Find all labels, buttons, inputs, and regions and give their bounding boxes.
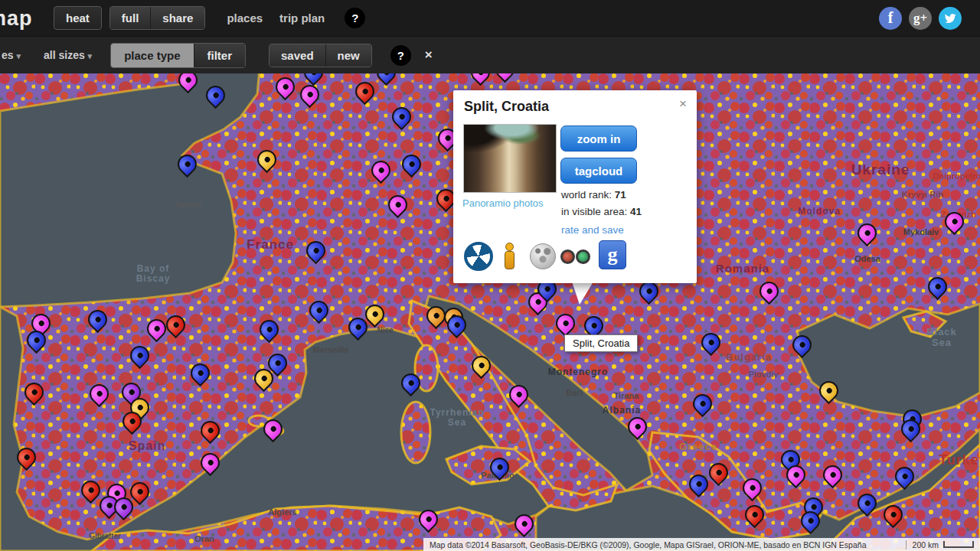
facebook-icon[interactable]: f bbox=[879, 7, 902, 30]
chevron-down-icon: ▾ bbox=[88, 51, 93, 60]
visible-area-stat: in visible area: 41 bbox=[561, 206, 642, 217]
filter-toolbar: es ▾ all sizes ▾ place type filter saved… bbox=[0, 36, 980, 73]
twitter-bird-glyph bbox=[943, 11, 957, 25]
places-link[interactable]: places bbox=[227, 11, 263, 24]
full-button[interactable]: full bbox=[110, 7, 151, 29]
zoom-in-button[interactable]: zoom in bbox=[560, 126, 637, 152]
google-plus-icon[interactable]: g+ bbox=[909, 7, 932, 30]
social-icons: f g+ bbox=[879, 7, 962, 30]
popup-title: Split, Croatia bbox=[464, 99, 549, 115]
attribution-text: Map data ©2014 Basarsoft, GeoBasis-DE/BK… bbox=[423, 540, 906, 549]
filter-help-icon[interactable]: ? bbox=[390, 45, 411, 66]
place-filter-group: place type filter bbox=[110, 43, 246, 68]
place-popup: Split, Croatia × Panoramio photos zoom i… bbox=[453, 90, 697, 283]
pegman-icon[interactable] bbox=[504, 243, 514, 270]
all-sizes-dropdown[interactable]: all sizes ▾ bbox=[44, 49, 92, 61]
saved-button[interactable]: saved bbox=[270, 44, 325, 67]
main-toolbar: map heat full share places trip plan ? f… bbox=[0, 0, 980, 36]
google-search-icon[interactable]: g bbox=[599, 240, 626, 269]
scale-label: 200 km bbox=[913, 540, 939, 549]
twitter-icon[interactable] bbox=[939, 7, 962, 30]
share-button[interactable]: share bbox=[150, 7, 204, 29]
marker-tooltip: Split, Croatia bbox=[564, 334, 638, 352]
new-button[interactable]: new bbox=[325, 44, 371, 67]
tripadvisor-icon[interactable] bbox=[560, 249, 591, 265]
app-logo[interactable]: map bbox=[0, 3, 43, 34]
rate-and-save-link[interactable]: rate and save bbox=[561, 224, 624, 236]
app-window: FranceSpainUkraineRomaniaMoldovaTurkeyBu… bbox=[0, 0, 980, 551]
place-type-button[interactable]: place type bbox=[111, 44, 193, 67]
popup-close-icon[interactable]: × bbox=[679, 96, 687, 112]
help-icon[interactable]: ? bbox=[345, 8, 365, 28]
tagcloud-button[interactable]: tagcloud bbox=[560, 158, 637, 184]
world-rank-stat: world rank: 71 bbox=[561, 189, 626, 201]
popup-icon-row: g bbox=[462, 240, 684, 276]
place-photo[interactable] bbox=[463, 124, 557, 193]
close-filterbar-icon[interactable]: × bbox=[425, 47, 433, 63]
heat-button[interactable]: heat bbox=[54, 6, 102, 30]
popup-tail bbox=[572, 282, 593, 305]
map-attribution: Map data ©2014 Basarsoft, GeoBasis-DE/BK… bbox=[423, 538, 980, 551]
wikipedia-icon[interactable] bbox=[530, 243, 556, 269]
scale-bar bbox=[943, 541, 974, 548]
scale-control: 200 km bbox=[906, 540, 980, 549]
panoramio-photos-link[interactable]: Panoramio photos bbox=[462, 197, 544, 209]
view-button-group: full share bbox=[109, 6, 206, 30]
panoramio-icon[interactable] bbox=[464, 242, 493, 271]
map-canvas[interactable]: FranceSpainUkraineRomaniaMoldovaTurkeyBu… bbox=[0, 73, 980, 551]
filter-button[interactable]: filter bbox=[194, 44, 246, 67]
chevron-down-icon: ▾ bbox=[16, 51, 21, 60]
types-dropdown-fragment[interactable]: es ▾ bbox=[2, 49, 21, 61]
trip-plan-link[interactable]: trip plan bbox=[279, 11, 325, 24]
saved-new-group: saved new bbox=[269, 44, 372, 67]
